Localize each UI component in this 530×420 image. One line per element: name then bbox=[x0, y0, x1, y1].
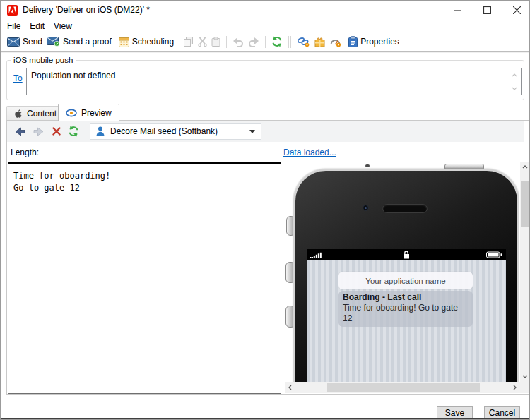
send-proof-icon bbox=[47, 37, 60, 47]
eye-icon bbox=[66, 109, 77, 117]
chevron-left-icon bbox=[288, 385, 292, 390]
horizontal-scroll-thumb[interactable] bbox=[327, 383, 480, 392]
delivery-window: Delivery 'Deliver on iOS (DM22)' * File … bbox=[0, 0, 530, 420]
person-icon bbox=[96, 126, 105, 136]
phone-status-bar bbox=[307, 249, 506, 260]
cut-icon bbox=[198, 37, 207, 47]
scroll-up-icon[interactable] bbox=[510, 71, 519, 78]
pressure-rules-button[interactable] bbox=[327, 35, 343, 49]
maximize-icon bbox=[483, 6, 491, 14]
send-button[interactable]: Send bbox=[5, 35, 45, 48]
scheduling-icon bbox=[119, 37, 129, 47]
preview-toolbar-separator bbox=[86, 124, 86, 139]
scroll-up-button[interactable] bbox=[520, 162, 530, 172]
undo-button[interactable] bbox=[230, 36, 246, 48]
scroll-left-button[interactable] bbox=[285, 382, 295, 393]
vertical-scroll-thumb[interactable] bbox=[521, 181, 529, 227]
chevron-right-icon bbox=[513, 385, 517, 390]
preview-toolbar bbox=[7, 121, 524, 142]
offers-icon bbox=[314, 37, 325, 47]
minimize-icon bbox=[454, 6, 461, 14]
tab-preview-label: Preview bbox=[81, 108, 112, 118]
paste-button[interactable] bbox=[209, 35, 223, 48]
delete-button[interactable] bbox=[50, 125, 63, 138]
forward-arrow-icon bbox=[33, 127, 44, 136]
message-input[interactable]: Time for oboarding! Go to gate 12 bbox=[8, 162, 281, 394]
send-a-proof-button[interactable]: Send a proof bbox=[45, 35, 114, 48]
menu-edit[interactable]: Edit bbox=[30, 21, 45, 31]
undo-icon bbox=[232, 37, 244, 47]
seed-selector[interactable]: Decore Mail seed (Softbank) bbox=[90, 123, 261, 140]
phone-preview: Your application name Boarding - Last ca… bbox=[285, 162, 519, 382]
reload-preview-button[interactable] bbox=[67, 125, 80, 138]
copy-icon bbox=[184, 37, 194, 47]
notification-message: Boarding - Last call Time for oboarding!… bbox=[338, 291, 473, 327]
to-field[interactable]: Population not defined bbox=[26, 68, 522, 95]
phone-top-mic bbox=[365, 164, 370, 167]
scrollbar-corner bbox=[520, 382, 530, 393]
scheduling-button[interactable]: Scheduling bbox=[117, 35, 176, 49]
cut-button[interactable] bbox=[196, 35, 209, 48]
close-button[interactable] bbox=[502, 1, 530, 19]
lock-icon bbox=[403, 251, 410, 259]
phone-camera bbox=[363, 205, 369, 211]
group-legend: iOS mobile push bbox=[11, 56, 76, 64]
phone-body: Your application name Boarding - Last ca… bbox=[293, 169, 519, 382]
paste-icon bbox=[211, 37, 220, 47]
data-loaded-link[interactable]: Data loaded... bbox=[283, 148, 336, 157]
redo-icon bbox=[248, 37, 259, 47]
redo-button[interactable] bbox=[246, 36, 261, 48]
tab-content-label: Content bbox=[27, 109, 57, 119]
toolbar-separator bbox=[1, 51, 530, 53]
back-arrow-icon bbox=[15, 127, 25, 136]
menu-view[interactable]: View bbox=[54, 21, 72, 31]
adobe-logo-icon bbox=[7, 5, 18, 16]
cancel-button[interactable]: Cancel bbox=[484, 406, 520, 420]
phone-screen: Your application name Boarding - Last ca… bbox=[307, 249, 506, 382]
apple-icon bbox=[14, 109, 23, 119]
save-button[interactable]: Save bbox=[437, 406, 473, 420]
to-field-value: Population not defined bbox=[31, 71, 115, 80]
properties-icon bbox=[348, 36, 358, 47]
maximize-button[interactable] bbox=[472, 1, 502, 19]
notification-body: Time for oboarding! Go to gate 12 bbox=[343, 303, 469, 324]
notification-app-name: Your application name bbox=[338, 272, 473, 289]
notification-title: Boarding - Last call bbox=[343, 292, 469, 303]
refresh-icon bbox=[271, 36, 283, 47]
vertical-scrollbar[interactable] bbox=[520, 162, 530, 382]
title-bar: Delivery 'Deliver on iOS (DM22)' * bbox=[1, 1, 530, 19]
link-gear-icon bbox=[297, 37, 310, 47]
forward-button[interactable] bbox=[32, 125, 45, 138]
seed-selector-value: Decore Mail seed (Softbank) bbox=[110, 126, 218, 136]
scroll-down-button[interactable] bbox=[520, 371, 530, 382]
scroll-down-icon[interactable] bbox=[510, 85, 519, 92]
menu-file[interactable]: File bbox=[7, 21, 20, 31]
chevron-down-icon bbox=[522, 375, 528, 378]
tab-content[interactable]: Content bbox=[6, 106, 64, 121]
window-title: Delivery 'Deliver on iOS (DM22)' * bbox=[23, 5, 150, 15]
offers-button[interactable] bbox=[312, 35, 327, 49]
tab-preview[interactable]: Preview bbox=[58, 104, 119, 121]
refresh-button[interactable] bbox=[269, 35, 285, 49]
main-toolbar: Send Send a proof Scheduling bbox=[1, 32, 530, 51]
minimize-button[interactable] bbox=[442, 1, 472, 19]
back-button[interactable] bbox=[13, 125, 26, 138]
send-icon bbox=[7, 37, 20, 47]
chevron-up-icon bbox=[522, 165, 528, 169]
reload-icon bbox=[68, 126, 79, 137]
delete-x-icon bbox=[52, 127, 61, 136]
copy-button[interactable] bbox=[182, 35, 196, 48]
horizontal-scrollbar[interactable] bbox=[285, 382, 520, 393]
to-link[interactable]: To bbox=[13, 73, 23, 83]
scroll-right-button[interactable] bbox=[510, 382, 520, 393]
phone-speaker bbox=[382, 204, 428, 213]
close-icon bbox=[513, 6, 521, 14]
chevron-down-icon bbox=[249, 130, 255, 133]
length-label: Length: bbox=[11, 148, 39, 157]
properties-button[interactable]: Properties bbox=[346, 35, 401, 49]
link-gear-button[interactable] bbox=[295, 35, 312, 49]
pressure-rules-icon bbox=[329, 37, 341, 47]
menu-bar: File Edit View bbox=[1, 19, 530, 32]
